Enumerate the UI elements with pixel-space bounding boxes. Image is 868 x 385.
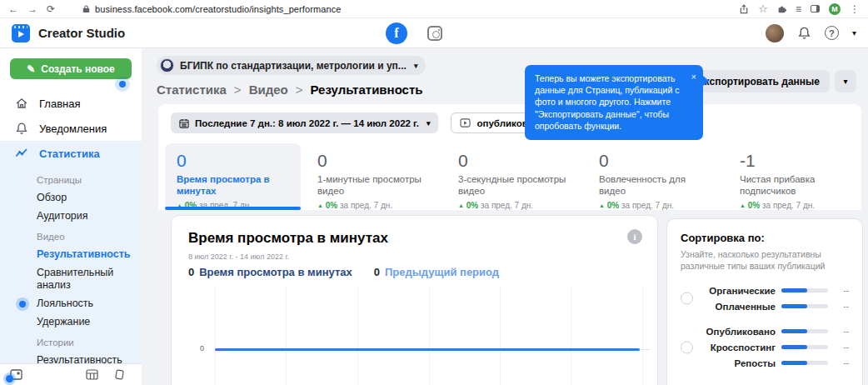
onboarding-hint-dot[interactable] — [16, 298, 29, 311]
radio-button[interactable] — [681, 341, 693, 353]
main-content: БГИПК по стандартизации, метрологии и уп… — [142, 48, 868, 385]
pages-copy-icon[interactable] — [113, 369, 125, 381]
metric-label: Вовлеченность для видео — [599, 174, 711, 198]
facebook-tab-icon[interactable]: f — [386, 22, 407, 44]
subnav-item-loyalty[interactable]: Лояльность — [37, 298, 137, 309]
browser-toolbar: ← → ⟳ business.facebook.com/creatorstudi… — [0, 0, 868, 18]
instagram-tab-icon[interactable] — [427, 26, 442, 41]
insights-zigzag-icon — [15, 147, 28, 160]
radio-button[interactable] — [681, 292, 693, 305]
filters: Последние 7 дн.: 8 июл 2022 г. — 14 июл … — [171, 112, 579, 133]
subnav-item-audience[interactable]: Аудитория — [37, 210, 137, 222]
export-tooltip: Теперь вы можете экспортировать данные д… — [525, 65, 703, 140]
browser-actions: ☆ ≡ M ⋮ — [739, 3, 860, 15]
sidebar-item-notifications[interactable]: Уведомления — [0, 116, 142, 141]
metric-change: ▲ 0% за пред. 7 дн. — [458, 201, 571, 210]
reading-list-icon[interactable]: ≡ — [796, 4, 801, 14]
sort-groups: Органические-- Оплаченные-- Опубликовано… — [681, 282, 849, 385]
chart-gridline — [286, 286, 287, 385]
info-icon[interactable]: i — [627, 229, 642, 244]
pencil-icon: ✎ — [27, 63, 35, 75]
subnav-section-stories: Истории — [37, 338, 137, 348]
metric-label: Время просмотра в минутах — [177, 174, 289, 198]
user-avatar[interactable] — [766, 24, 784, 42]
browser-profile-avatar[interactable]: M — [829, 3, 841, 15]
help-icon[interactable]: ? — [825, 26, 839, 40]
sort-row: Подписчики-- — [702, 380, 849, 385]
breadcrumb-separator: > — [296, 82, 303, 97]
account-caret-icon[interactable]: ▾ — [852, 28, 856, 38]
metric-value: -1 — [740, 151, 852, 171]
bookmark-star-icon[interactable]: ☆ — [758, 3, 768, 14]
subnav-item-performance[interactable]: Результативность — [37, 248, 137, 260]
chevron-down-icon: ▾ — [427, 119, 431, 128]
platform-switcher: f — [386, 18, 442, 48]
sidebar-item-insights[interactable]: Статистика — [0, 141, 142, 166]
metric-label: Чистая прибавка подписчиков — [740, 174, 852, 198]
browser-menu-icon[interactable]: ⋮ — [850, 4, 860, 14]
chart-legend: 0Время просмотра в минутах 0Предыдущий п… — [188, 266, 641, 278]
subnav-section-video: Видео — [37, 232, 137, 242]
subnav-item-overview[interactable]: Обзор — [37, 192, 137, 203]
share-icon[interactable] — [739, 4, 749, 14]
tab-3sec-views[interactable]: 0 3-секундные просмотры видео ▲ 0% за пр… — [446, 143, 582, 210]
chart-plot-area: 0 — [215, 286, 642, 385]
arrow-up-icon: ▲ — [740, 202, 746, 208]
metric-value: 0 — [317, 151, 430, 171]
tab-net-followers[interactable]: -1 Чистая прибавка подписчиков ▲ 0% за п… — [728, 143, 864, 210]
sidebar-item-label: Уведомления — [39, 122, 107, 135]
browser-back-icon[interactable]: ← — [8, 4, 18, 14]
breadcrumb-insights[interactable]: Статистика — [157, 82, 227, 97]
date-range-filter[interactable]: Последние 7 дн.: 8 июл 2022 г. — 14 июл … — [171, 112, 438, 133]
home-icon — [15, 97, 28, 110]
app-header: Creator Studio f ? ▾ — [0, 18, 868, 48]
chart-gridline — [429, 286, 430, 385]
collapse-sidebar-icon[interactable] — [10, 369, 22, 380]
tab-engagement[interactable]: 0 Вовлеченность для видео ▲ 0% за пред. … — [587, 143, 723, 210]
export-options-caret[interactable]: ▾ — [835, 70, 856, 92]
browser-forward-icon[interactable]: → — [27, 4, 37, 14]
video-play-icon — [460, 118, 471, 128]
calendar-icon — [179, 118, 189, 128]
metric-tabs: 0 Время просмотра в минутах ▲ 0% за пред… — [165, 143, 864, 210]
sidebar-item-home[interactable]: Главная — [0, 91, 142, 116]
creator-studio-app: ← → ⟳ business.facebook.com/creatorstudi… — [0, 0, 868, 385]
breadcrumb: Статистика > Видео > Результативность — [157, 82, 423, 97]
chart-title: Время просмотра в минутах — [188, 230, 641, 247]
subnav-section-pages: Страницы — [37, 175, 137, 185]
widgets-grid-icon[interactable] — [86, 369, 98, 380]
watch-time-chart-card: Время просмотра в минутах i 8 июл 2022 г… — [171, 215, 658, 385]
sort-row: Репосты-- — [702, 355, 849, 371]
close-icon[interactable]: × — [691, 71, 696, 83]
page-avatar — [160, 58, 174, 72]
create-new-button[interactable]: ✎ Создать новое — [10, 58, 132, 79]
breadcrumb-separator: > — [234, 82, 242, 97]
sort-group-distribution: Опубликовано-- Кросспостинг-- Репосты-- — [681, 323, 849, 371]
extensions-puzzle-icon[interactable] — [777, 4, 786, 13]
tab-1min-views[interactable]: 0 1-минутные просмотры видео ▲ 0% за пре… — [306, 143, 441, 210]
sidebar: ✎ Создать новое Главная Уведомления Стат… — [0, 48, 142, 385]
creator-studio-logo-icon — [12, 24, 30, 42]
onboarding-hint-dot[interactable] — [115, 77, 130, 92]
address-bar[interactable]: business.facebook.com/creatorstudio/insi… — [82, 4, 341, 14]
page-selector-label: БГИПК по стандартизации, метрологии и уп… — [180, 60, 407, 72]
page-selector[interactable]: БГИПК по стандартизации, метрологии и уп… — [157, 56, 426, 75]
metric-bar — [781, 345, 828, 349]
browser-reload-icon[interactable]: ⟳ — [47, 4, 55, 14]
subnav-item-benchmarking[interactable]: Сравнительный анализ — [37, 267, 137, 291]
tab-watch-time[interactable]: 0 Время просмотра в минутах ▲ 0% за пред… — [165, 143, 301, 210]
sidebar-nav: Главная Уведомления Статистика Страницы … — [0, 91, 142, 385]
notifications-bell-icon[interactable] — [797, 26, 811, 40]
metric-change: ▲ 0% за пред. 7 дн. — [317, 201, 430, 210]
metric-label: 3-секундные просмотры видео — [458, 174, 571, 198]
side-panel-icon[interactable] — [811, 5, 820, 12]
legend-previous-period[interactable]: Предыдущий период — [385, 266, 499, 278]
url-text: business.facebook.com/creatorstudio/insi… — [95, 4, 341, 14]
sort-panel: Сортировка по: Узнайте, насколько резуль… — [666, 218, 863, 385]
watch-time-series-line — [215, 348, 640, 351]
legend-current-period[interactable]: Время просмотра в минутах — [199, 266, 352, 278]
subnav-item-retention[interactable]: Удержание — [37, 316, 137, 328]
sort-group-paid-organic: Органические-- Оплаченные-- — [681, 282, 849, 314]
breadcrumb-video[interactable]: Видео — [249, 82, 288, 97]
sort-row: Органические-- — [702, 282, 849, 298]
